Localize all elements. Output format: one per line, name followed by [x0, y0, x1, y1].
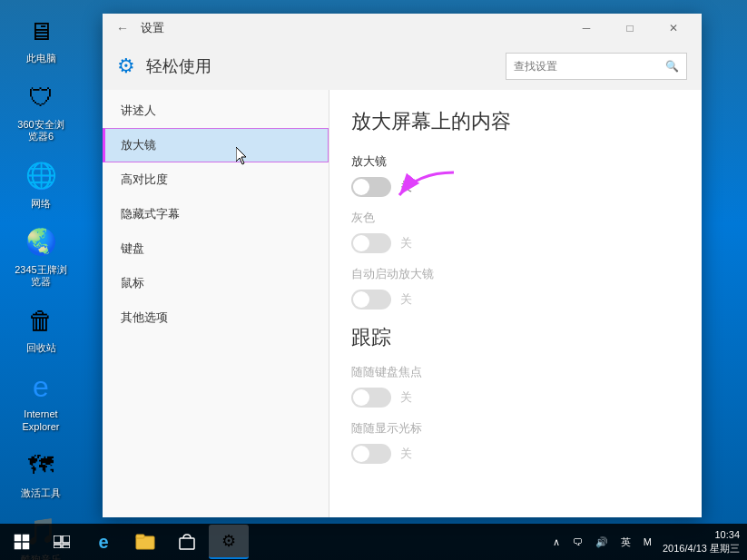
- nav-item-magnifier[interactable]: 放大镜: [103, 128, 329, 162]
- desktop-icons: 🖥 此电脑 🛡 360安全浏览器6 🌐 网络 🌏 2345王牌浏览器 🗑 回收站…: [9, 9, 73, 560]
- taskbar-app-settings[interactable]: ⚙: [209, 525, 249, 559]
- nav-item-high-contrast[interactable]: 高对比度: [103, 162, 329, 197]
- follow-cursor-toggle[interactable]: [351, 444, 391, 464]
- desktop-icon-network[interactable]: 🌐 网络: [9, 154, 73, 213]
- activation-label: 激活工具: [21, 487, 61, 499]
- auto-start-section-label: 自动启动放大镜: [351, 266, 680, 282]
- settings-nav: 讲述人 放大镜 高对比度 隐藏式字幕 键盘 鼠标 其他选项: [103, 90, 329, 517]
- activation-icon: 🗺: [23, 447, 59, 484]
- grayscale-section-label: 灰色: [351, 210, 680, 226]
- magnifier-toggle[interactable]: [351, 177, 391, 197]
- nav-item-narrator[interactable]: 讲述人: [103, 93, 329, 128]
- desktop-icon-ie[interactable]: e Internet Explorer: [9, 365, 73, 436]
- settings-header-title: 轻松使用: [146, 55, 211, 77]
- desktop-icon-activation[interactable]: 🗺 激活工具: [9, 444, 73, 503]
- follow-keyboard-toggle-row: 关: [351, 388, 680, 408]
- taskbar-clock[interactable]: 10:34 2016/4/13 星期三: [663, 528, 747, 556]
- network-icon: 🌐: [23, 158, 59, 194]
- svg-rect-5: [23, 543, 30, 550]
- 360-label: 360安全浏览器6: [13, 119, 69, 142]
- desktop-icon-2345[interactable]: 🌏 2345王牌浏览器: [9, 221, 73, 291]
- settings-header: ⚙ 轻松使用 🔍: [103, 43, 702, 90]
- ie-icon: e: [23, 368, 59, 405]
- tray-ime[interactable]: M: [640, 535, 655, 549]
- svg-rect-8: [54, 545, 61, 548]
- 360-icon: 🛡: [23, 79, 59, 115]
- this-pc-icon: 🖥: [23, 13, 59, 49]
- maximize-button[interactable]: □: [609, 14, 651, 43]
- desktop: 🖥 此电脑 🛡 360安全浏览器6 🌐 网络 🌏 2345王牌浏览器 🗑 回收站…: [0, 0, 747, 560]
- magnifier-toggle-knob: [353, 179, 369, 195]
- svg-rect-12: [180, 538, 194, 549]
- settings-search-box[interactable]: 🔍: [506, 53, 687, 80]
- follow-cursor-knob: [353, 446, 369, 462]
- minimize-button[interactable]: ─: [565, 14, 607, 43]
- windows-logo-icon: [14, 534, 30, 550]
- svg-rect-4: [15, 543, 22, 550]
- tray-notification[interactable]: 🗨: [569, 535, 586, 549]
- auto-start-toggle-knob: [353, 291, 369, 308]
- desktop-icon-360[interactable]: 🛡 360安全浏览器6: [9, 75, 73, 146]
- recycle-label: 回收站: [26, 342, 56, 354]
- follow-keyboard-toggle[interactable]: [351, 388, 391, 408]
- settings-window: ← 设置 ─ □ ✕ ⚙ 轻松使用 🔍 讲述人: [103, 14, 702, 517]
- recycle-bin-icon: 🗑: [23, 302, 59, 339]
- window-titlebar: ← 设置 ─ □ ✕: [103, 14, 702, 43]
- taskbar-tray: ∧ 🗨 🔊 英 M: [549, 534, 663, 551]
- store-icon: [178, 533, 196, 551]
- magnifier-toggle-label: 关: [400, 179, 412, 195]
- search-input[interactable]: [514, 60, 665, 73]
- tray-volume[interactable]: 🔊: [592, 535, 612, 550]
- follow-keyboard-label: 随随键盘焦点: [351, 364, 680, 380]
- grayscale-toggle[interactable]: [351, 233, 391, 253]
- taskbar-app-store[interactable]: [167, 525, 207, 559]
- follow-cursor-toggle-row: 关: [351, 444, 680, 464]
- svg-rect-7: [63, 535, 70, 543]
- close-button[interactable]: ✕: [653, 14, 694, 43]
- grayscale-toggle-label: 关: [400, 235, 412, 251]
- nav-item-captions[interactable]: 隐藏式字幕: [103, 197, 329, 231]
- svg-rect-11: [136, 535, 144, 538]
- network-label: 网络: [31, 198, 51, 210]
- grayscale-toggle-row: 关: [351, 233, 680, 253]
- settings-gear-icon: ⚙: [117, 54, 135, 78]
- search-icon: 🔍: [665, 60, 679, 73]
- svg-rect-9: [63, 545, 70, 548]
- start-button[interactable]: [0, 524, 44, 560]
- tray-expand[interactable]: ∧: [549, 535, 564, 550]
- nav-item-keyboard[interactable]: 键盘: [103, 231, 329, 266]
- follow-keyboard-toggle-label: 关: [400, 389, 412, 406]
- clock-date: 2016/4/13 星期三: [663, 542, 740, 555]
- nav-item-other[interactable]: 其他选项: [103, 300, 329, 335]
- 2345-icon: 🌏: [23, 224, 59, 260]
- task-view-icon: [54, 535, 70, 548]
- svg-rect-6: [54, 535, 61, 543]
- follow-keyboard-knob: [353, 389, 369, 406]
- desktop-icon-this-pc[interactable]: 🖥 此电脑: [9, 9, 73, 68]
- auto-start-toggle[interactable]: [351, 290, 391, 309]
- tracking-title: 跟踪: [351, 324, 680, 351]
- magnifier-section-label: 放大镜: [351, 153, 680, 170]
- taskbar-app-explorer[interactable]: [125, 525, 165, 559]
- grayscale-toggle-knob: [353, 235, 369, 251]
- svg-rect-2: [15, 535, 22, 542]
- settings-body: 讲述人 放大镜 高对比度 隐藏式字幕 键盘 鼠标 其他选项: [103, 90, 702, 517]
- nav-item-mouse[interactable]: 鼠标: [103, 266, 329, 300]
- settings-content: 放大屏幕上的内容 放大镜 关 灰色 关: [329, 90, 702, 517]
- 2345-label: 2345王牌浏览器: [13, 264, 69, 288]
- taskbar: e ⚙ ∧ 🗨 🔊 英 M 10:34 20: [0, 524, 747, 560]
- auto-start-toggle-row: 关: [351, 290, 680, 309]
- tray-language[interactable]: 英: [617, 534, 634, 551]
- desktop-icon-recycle[interactable]: 🗑 回收站: [9, 299, 73, 358]
- follow-cursor-label: 随随显示光标: [351, 420, 680, 437]
- content-title: 放大屏幕上的内容: [351, 108, 680, 135]
- task-view-button[interactable]: [44, 524, 80, 560]
- back-button[interactable]: ←: [110, 15, 135, 41]
- ie-label: Internet Explorer: [13, 408, 69, 432]
- titlebar-controls: ─ □ ✕: [565, 14, 694, 43]
- taskbar-apps: e ⚙: [80, 525, 549, 559]
- follow-cursor-toggle-label: 关: [400, 446, 412, 462]
- file-explorer-icon: [135, 532, 155, 552]
- svg-rect-3: [23, 535, 30, 542]
- taskbar-app-edge[interactable]: e: [84, 525, 123, 559]
